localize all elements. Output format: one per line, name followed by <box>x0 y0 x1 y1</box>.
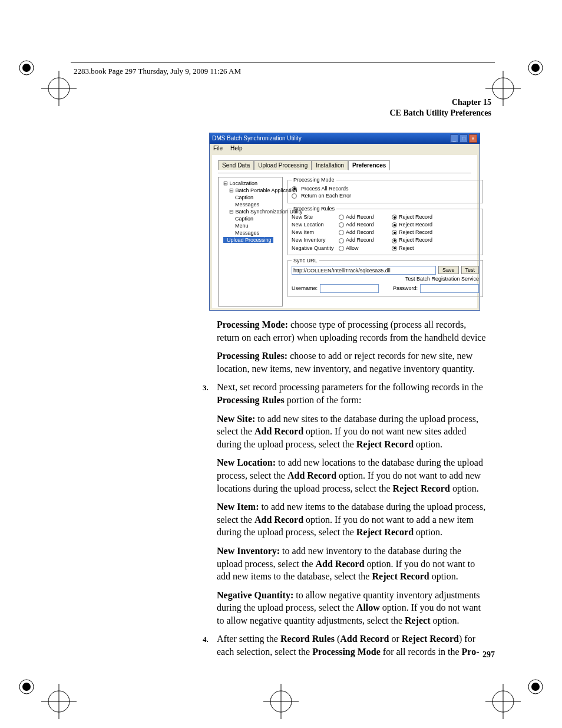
tab-upload-processing[interactable]: Upload Processing <box>254 160 312 170</box>
sync-url-input[interactable]: http://COLLEEN/IntelliTrack/sqlcesa35.dl… <box>292 266 436 275</box>
test-button[interactable]: Test <box>461 266 480 274</box>
radio-site-reject[interactable] <box>392 215 397 220</box>
radio-loc-add[interactable] <box>339 222 344 228</box>
registration-mark-icon <box>18 59 35 77</box>
radio-return-err[interactable] <box>292 193 297 199</box>
svg-point-5 <box>22 683 31 691</box>
step-3-number: 3. <box>203 381 217 406</box>
registration-mark-icon <box>527 59 544 77</box>
registration-mark-icon <box>527 678 544 696</box>
tree-caption-1[interactable]: Caption <box>220 194 281 201</box>
window-title: DMS Batch Synchronization Utility <box>212 133 302 144</box>
radio-inv-add[interactable] <box>339 238 344 243</box>
group-processing-rules: Processing Rules New Site Add Record Rej… <box>287 206 483 255</box>
tree-bpa[interactable]: ⊟ Batch Portable Application <box>220 187 281 194</box>
crop-mark-icon <box>263 684 299 719</box>
legend-sync-url: Sync URL <box>292 258 319 263</box>
rule-new-inventory: New Inventory <box>292 237 339 243</box>
app-window: DMS Batch Synchronization Utility _ □ × … <box>209 133 480 311</box>
registration-mark-icon <box>18 678 35 696</box>
label-process-all: Process All Records <box>301 186 349 192</box>
username-label: Username: <box>292 285 318 291</box>
radio-loc-reject[interactable] <box>392 222 397 228</box>
username-input[interactable] <box>320 284 379 293</box>
legend-processing-mode: Processing Mode <box>292 177 336 183</box>
tree-upload-processing[interactable]: Upload Processing <box>220 236 281 243</box>
radio-neg-allow[interactable] <box>339 246 344 251</box>
test-service-label: Test Batch Registration Service <box>292 275 479 282</box>
menubar: File Help <box>210 144 480 153</box>
step-4-number: 4. <box>203 633 217 658</box>
preferences-tree[interactable]: ⊟ Localization ⊟ Batch Portable Applicat… <box>218 177 283 307</box>
menu-help[interactable]: Help <box>230 145 243 151</box>
tree-caption-2[interactable]: Caption <box>220 215 281 222</box>
group-processing-mode: Processing Mode Process All Records Retu… <box>287 177 483 203</box>
password-input[interactable] <box>420 284 479 293</box>
radio-inv-reject[interactable] <box>392 238 397 243</box>
running-head: Chapter 15 CE Batch Utility Preferences <box>390 97 492 118</box>
svg-point-3 <box>531 64 540 72</box>
body-text: Processing Mode: choose type of processi… <box>217 318 488 664</box>
radio-item-reject[interactable] <box>392 230 397 235</box>
close-button[interactable]: × <box>469 134 477 143</box>
password-label: Password: <box>393 285 418 291</box>
radio-process-all[interactable] <box>292 186 297 192</box>
rule-new-site: New Site <box>292 214 339 220</box>
chapter-label: Chapter 15 <box>390 97 492 108</box>
tree-menu[interactable]: Menu <box>220 222 281 229</box>
radio-item-add[interactable] <box>339 230 344 235</box>
tab-send-data[interactable]: Send Data <box>218 160 254 170</box>
svg-point-7 <box>531 683 540 691</box>
tree-bsu[interactable]: ⊟ Batch Synchronization Utility <box>220 208 281 215</box>
radio-site-add[interactable] <box>339 215 344 220</box>
rule-new-item: New Item <box>292 229 339 235</box>
group-sync-url: Sync URL http://COLLEEN/IntelliTrack/sql… <box>287 258 483 297</box>
tree-messages-2[interactable]: Messages <box>220 229 281 236</box>
tree-messages-1[interactable]: Messages <box>220 201 281 208</box>
rule-negative-qty: Negative Quantity <box>292 245 339 251</box>
rule-new-location: New Location <box>292 222 339 228</box>
tree-localization[interactable]: ⊟ Localization <box>220 180 281 187</box>
crop-mark-icon <box>485 684 521 719</box>
radio-neg-reject[interactable] <box>392 246 397 251</box>
svg-point-1 <box>22 64 31 72</box>
tabs: Send DataUpload ProcessingInstallationPr… <box>218 160 471 170</box>
minimize-button[interactable]: _ <box>450 134 458 143</box>
legend-processing-rules: Processing Rules <box>292 206 336 212</box>
maximize-button[interactable]: □ <box>459 134 468 143</box>
label-return-err: Return on Each Error <box>301 193 351 199</box>
tab-preferences[interactable]: Preferences <box>348 160 390 170</box>
crop-mark-icon <box>41 684 77 719</box>
section-label: CE Batch Utility Preferences <box>390 108 492 118</box>
menu-file[interactable]: File <box>213 145 223 151</box>
save-button[interactable]: Save <box>438 266 459 274</box>
titlebar: DMS Batch Synchronization Utility _ □ × <box>210 133 480 144</box>
tab-installation[interactable]: Installation <box>312 160 348 170</box>
